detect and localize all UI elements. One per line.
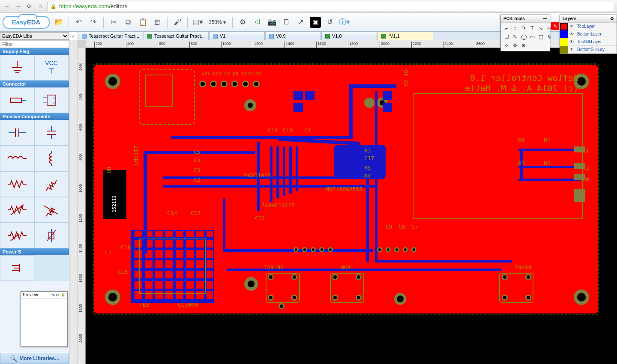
pcb-tool-9[interactable]: ▭ xyxy=(528,33,536,41)
reload-button[interactable]: ⟳ xyxy=(25,2,33,11)
lib-item-var2[interactable] xyxy=(34,197,69,223)
lib-item-vcc[interactable]: VCC⊤ xyxy=(34,55,69,81)
pcb-tool-4[interactable]: ↘ xyxy=(537,24,545,32)
tab-tesseract-guitar-pract---[interactable]: Tesseract Guitar Pract... xyxy=(78,32,143,40)
pcb-icon xyxy=(147,34,152,39)
layers-title: Layers xyxy=(563,16,576,21)
layer-swatch xyxy=(560,30,568,38)
pcb-tool-7[interactable]: ✎ xyxy=(511,33,519,41)
layers-panel: Layers⚙ 👁TopLayer👁BottomLayer👁TopSilkLay… xyxy=(560,15,617,54)
tab-v0-9[interactable]: V0.9 xyxy=(265,32,321,40)
forward-button[interactable]: → xyxy=(14,2,22,11)
more-libraries-button[interactable]: 🔍More Libraries... xyxy=(0,353,69,364)
preview-tools[interactable]: ✎ ⟳ 🔋 xyxy=(52,293,66,297)
lib-item-diode[interactable] xyxy=(34,223,69,248)
lib-item-gnd[interactable] xyxy=(0,55,34,81)
steam-icon[interactable]: ◉ xyxy=(310,17,321,28)
url-bar[interactable]: 🔒 https://easyeda.com/editor# xyxy=(47,2,614,11)
pcb-tool-1[interactable]: ○ xyxy=(511,24,519,32)
layer-bottomlayer[interactable]: 👁BottomLayer xyxy=(560,30,617,38)
section-passive[interactable]: Passive Components xyxy=(0,113,69,120)
lib-item-pot[interactable] xyxy=(0,223,34,248)
eye-icon[interactable]: 👁 xyxy=(568,47,575,52)
library-select[interactable]: EasyEDA Libs xyxy=(0,32,69,40)
lib-item-power1[interactable] xyxy=(0,255,34,281)
eye-icon[interactable]: 👁 xyxy=(568,24,575,29)
pcb-tool-13[interactable]: ✥ xyxy=(511,42,519,49)
lib-item-cap1[interactable] xyxy=(0,120,34,146)
lib-item-res2[interactable] xyxy=(34,171,69,197)
lib-item-cap2[interactable] xyxy=(34,120,69,146)
cut-icon[interactable]: ✂ xyxy=(108,17,119,28)
preview-panel: Preview✎ ⟳ 🔋 xyxy=(21,291,68,347)
lib-item-conn2[interactable]: 12 xyxy=(34,87,69,113)
layer-swatch xyxy=(560,23,568,30)
pcb-tool-10[interactable]: ◫ xyxy=(537,33,545,41)
lock-icon: 🔒 xyxy=(50,3,57,9)
bom-icon[interactable]: 🗒 xyxy=(281,17,292,28)
tabs-collapse[interactable]: « xyxy=(69,32,78,40)
open-icon[interactable]: 📂 xyxy=(53,17,64,28)
pcb-tool-2[interactable]: ↷ xyxy=(520,24,527,32)
paint-icon[interactable]: 🖌 xyxy=(172,17,183,28)
ruler-corner xyxy=(78,40,86,48)
layer-swatch xyxy=(560,38,568,46)
layer-bottomsilklay[interactable]: 👁BottomSilkLay xyxy=(560,46,617,54)
history-icon[interactable]: ↺ xyxy=(324,17,335,28)
share-icon[interactable]: ⩤ xyxy=(252,17,263,28)
pcb-tool-0[interactable]: ⌐ xyxy=(503,24,510,32)
pcb-tool-6[interactable]: ☐ xyxy=(503,33,510,41)
pcb-tools-collapse[interactable]: — xyxy=(543,16,547,21)
home-button[interactable]: ⌂ xyxy=(36,2,45,11)
tab-v1[interactable]: V1 xyxy=(209,32,265,40)
copy-icon[interactable]: ⧉ xyxy=(123,17,134,28)
browser-chrome: ← → ⟳ ⌂ 🔒 https://easyeda.com/editor# xyxy=(0,0,617,13)
svg-rect-4 xyxy=(11,98,21,102)
library-filter-input[interactable] xyxy=(0,40,69,48)
pcb-tool-8[interactable]: ◯ xyxy=(520,33,527,41)
lib-item-res1[interactable] xyxy=(0,171,34,197)
camera-icon[interactable]: 📷 xyxy=(266,17,277,28)
section-power[interactable]: Power S xyxy=(0,248,69,255)
redo-icon[interactable]: ↷ xyxy=(88,17,99,28)
lib-item-ind1[interactable] xyxy=(0,146,34,171)
lib-item-var1[interactable] xyxy=(0,197,34,223)
zoom-level[interactable]: 350% ▾ xyxy=(207,18,228,27)
info-icon[interactable]: ⓘ▾ xyxy=(339,17,350,28)
pcb-tool-14[interactable]: ⊕ xyxy=(520,42,527,49)
gear-icon[interactable]: ⚙ xyxy=(237,17,248,28)
eye-icon[interactable]: 👁 xyxy=(568,39,575,44)
align-icon[interactable]: ▤▾ xyxy=(192,17,203,28)
export-icon[interactable]: ↗ xyxy=(295,17,306,28)
vertical-tabs xyxy=(69,40,78,364)
section-connector[interactable]: Connector xyxy=(0,81,69,87)
easyeda-logo[interactable]: EasyEDA xyxy=(3,16,50,29)
pcb-tools-panel: PCB Tools— ⌐○↷T↘⇔☐✎◯▭◫↯⊹✥⊕ xyxy=(500,15,550,51)
pcb-board[interactable]: Reflow Controller 1.0 (c) 2014 A. & M. H… xyxy=(94,65,598,313)
lib-item-conn1[interactable] xyxy=(0,87,34,113)
url-text: https://easyeda.com/editor# xyxy=(59,3,128,9)
ruler-vertical: 2004006008001000120014001600180020002200 xyxy=(78,48,86,364)
pcb-viewport[interactable]: Reflow Controller 1.0 (c) 2014 A. & M. H… xyxy=(86,48,617,364)
pcb-tool-11[interactable]: ↯ xyxy=(545,33,553,41)
tab-v1-0[interactable]: V1.0 xyxy=(321,32,377,40)
pcb-tools-title: PCB Tools xyxy=(503,16,525,21)
tab-tesseract-guitar-pract---[interactable]: Tesseract Guitar Pract... xyxy=(144,32,209,40)
pcb-tool-3[interactable]: T xyxy=(528,24,536,32)
back-button[interactable]: ← xyxy=(3,2,11,11)
pencil-icon[interactable]: ✎ xyxy=(551,22,559,30)
layer-toplayer[interactable]: 👁TopLayer xyxy=(560,23,617,30)
layer-topsilklayer[interactable]: 👁TopSilkLayer xyxy=(560,38,617,46)
paste-icon[interactable]: 📋 xyxy=(137,17,148,28)
undo-icon[interactable]: ↶ xyxy=(73,17,84,28)
section-supply[interactable]: Supply Flag xyxy=(0,48,69,55)
tab--v1-1[interactable]: *V1.1 xyxy=(377,32,433,40)
pcb-icon xyxy=(381,34,386,39)
eye-icon[interactable]: 👁 xyxy=(568,32,575,36)
lib-item-ind2[interactable] xyxy=(34,146,69,171)
delete-icon[interactable]: 🗑 xyxy=(152,17,163,28)
schematic-icon xyxy=(82,34,87,39)
pcb-tool-12[interactable]: ⊹ xyxy=(503,42,510,49)
canvas-area: 2004006008001000120014001600180020002200… xyxy=(78,40,617,364)
layers-gear-icon[interactable]: ⚙ xyxy=(610,16,614,21)
